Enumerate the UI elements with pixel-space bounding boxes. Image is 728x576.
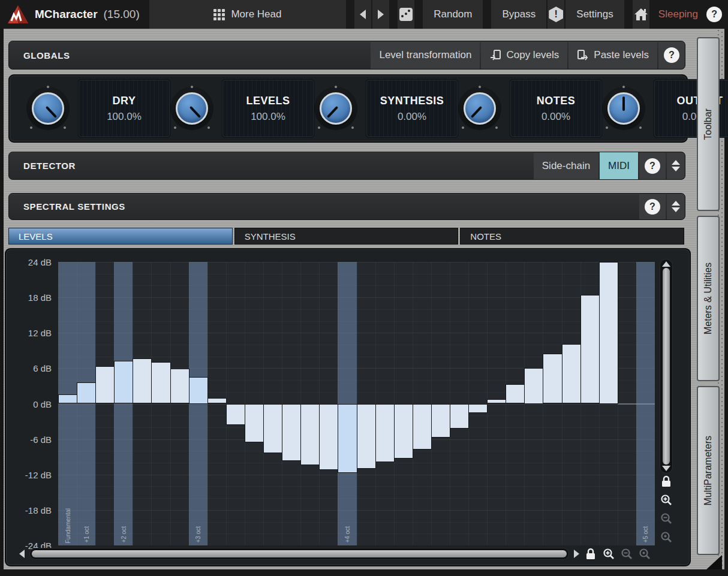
y-tick-label: -18 dB	[10, 505, 52, 515]
alert-button[interactable]: !	[547, 0, 564, 29]
detector-help-button[interactable]: ?	[645, 158, 660, 174]
y-tick-label: -12 dB	[10, 469, 52, 480]
zoom-reset-icon[interactable]	[638, 547, 651, 560]
chevron-up-icon	[672, 201, 680, 206]
zoom-in-icon[interactable]	[660, 493, 673, 506]
paste-icon	[577, 49, 589, 61]
tab-synthesis[interactable]: SYNTHESIS	[234, 228, 459, 245]
scroll-up-icon	[662, 261, 670, 267]
output-knob-well	[602, 87, 645, 130]
mcharacter-plugin-window: MCharacter (15.00) More Head Random Bypa…	[0, 0, 728, 576]
globals-knob-panel: DRY100.0%LEVELS100.0%SYNTHESIS0.00%NOTES…	[8, 74, 688, 143]
preset-selector-button[interactable]: More Head	[149, 0, 346, 29]
knob-scale-dot	[335, 86, 337, 88]
zoom-in-icon[interactable]	[602, 547, 615, 560]
y-tick-label: 0 dB	[10, 399, 52, 409]
sidebar-tab-multiparameters[interactable]: MultiParameters	[697, 386, 720, 555]
scroll-left-icon[interactable]	[19, 550, 25, 558]
knob-pointer	[28, 88, 68, 129]
sidebar-tab-label: Toolbar	[703, 108, 714, 140]
random-button[interactable]: Random	[423, 0, 483, 29]
knob-scale-dot	[462, 126, 464, 129]
vertical-scroll-thumb[interactable]	[663, 268, 670, 465]
horizontal-scroll-thumb[interactable]	[32, 550, 567, 557]
dry-label: DRY	[113, 95, 136, 107]
synthesis-knob-group: SYNTHESIS0.00%	[314, 79, 458, 138]
tab-notes[interactable]: NOTES	[460, 228, 684, 245]
preset-grid-icon	[213, 9, 225, 20]
y-tick-label: 6 dB	[10, 363, 52, 373]
knob-scale-dot	[495, 126, 498, 129]
synthesis-value: 0.00%	[398, 111, 426, 123]
lock-icon[interactable]	[584, 547, 597, 560]
synthesis-knob[interactable]	[320, 92, 352, 125]
knob-scale-dot	[191, 86, 193, 88]
side-chain-label: Side-chain	[542, 160, 590, 172]
vertical-scrollbar[interactable]	[660, 259, 673, 474]
notes-knob[interactable]	[464, 92, 496, 125]
melda-logo-icon	[7, 5, 29, 24]
midi-button[interactable]: MIDI	[600, 152, 638, 179]
next-preset-button[interactable]	[372, 0, 389, 29]
home-button[interactable]	[633, 0, 649, 29]
scroll-down-icon	[662, 466, 670, 471]
spectral-collapse-spinner[interactable]	[667, 194, 685, 219]
globals-help-button[interactable]: ?	[664, 47, 679, 63]
spectral-settings-title: SPECTRAL SETTINGS	[9, 201, 638, 212]
synthesis-readout[interactable]: SYNTHESIS0.00%	[366, 79, 458, 138]
dry-knob[interactable]	[32, 92, 64, 125]
y-tick-label: 24 dB	[10, 257, 52, 267]
levels-readout[interactable]: LEVELS100.0%	[222, 79, 314, 138]
levels-knob[interactable]	[176, 92, 208, 125]
knob-pointer-line	[622, 96, 625, 111]
spectral-settings-header[interactable]: SPECTRAL SETTINGS ?	[8, 193, 685, 220]
notes-knob-group: NOTES0.00%	[458, 79, 602, 138]
zoom-out-icon[interactable]	[620, 547, 633, 560]
dry-readout[interactable]: DRY100.0%	[78, 79, 170, 138]
arrow-right-icon	[378, 10, 384, 19]
zoom-out-icon[interactable]	[660, 512, 673, 525]
knob-pointer	[459, 88, 500, 129]
copy-levels-button[interactable]: Copy levels	[481, 41, 567, 69]
paste-levels-label: Paste levels	[594, 49, 649, 61]
level-transformation-label: Level transformation	[379, 49, 471, 61]
resize-handle[interactable]	[706, 555, 722, 569]
dry-knob-group: DRY100.0%	[26, 79, 170, 138]
tab-levels[interactable]: LEVELS	[8, 228, 233, 245]
settings-button[interactable]: Settings	[565, 0, 624, 29]
previous-preset-button[interactable]	[354, 0, 371, 29]
notes-label: NOTES	[537, 95, 576, 107]
notes-readout[interactable]: NOTES0.00%	[510, 79, 602, 138]
output-knob[interactable]	[607, 92, 640, 125]
plugin-title-area: MCharacter (15.00)	[0, 0, 149, 29]
midi-label: MIDI	[608, 160, 630, 172]
paste-levels-button[interactable]: Paste levels	[568, 41, 657, 69]
help-button[interactable]: ?	[706, 7, 722, 22]
levels-chart-panel: Fundamental+1 oct+2 oct+3 oct+4 oct+5 oc…	[5, 248, 691, 566]
sidebar-tab-label: MultiParameters	[703, 436, 714, 505]
randomize-dice-button[interactable]	[398, 0, 414, 29]
home-icon	[634, 8, 648, 21]
zoom-reset-icon[interactable]	[660, 530, 673, 544]
bypass-button[interactable]: Bypass	[491, 0, 546, 29]
detector-header[interactable]: DETECTOR Side-chain MIDI ?	[8, 152, 685, 180]
globals-header[interactable]: GLOBALS Level transformation Copy levels…	[8, 41, 685, 70]
levels-label: LEVELS	[246, 95, 290, 107]
chevron-down-icon	[672, 167, 680, 171]
synthesis-knob-well	[314, 87, 357, 130]
horizontal-scroll-track[interactable]	[29, 548, 569, 560]
knob-scale-dot	[318, 126, 320, 129]
spectral-tab-strip: LEVELS SYNTHESIS NOTES	[8, 228, 684, 245]
level-transformation-button[interactable]: Level transformation	[371, 41, 480, 69]
side-chain-button[interactable]: Side-chain	[534, 152, 598, 179]
sidebar-tab-toolbar[interactable]: Toolbar	[697, 37, 720, 211]
globals-title: GLOBALS	[9, 50, 369, 61]
detector-collapse-spinner[interactable]	[667, 152, 685, 179]
sidebar-tab-meters-utilities[interactable]: Meters & Utilities	[697, 216, 720, 381]
levels-knob-group: LEVELS100.0%	[170, 79, 314, 138]
scroll-right-icon[interactable]	[574, 550, 579, 558]
sleeping-status[interactable]: Sleeping	[650, 0, 706, 29]
spectral-help-button[interactable]: ?	[645, 199, 660, 215]
knob-scale-dot	[606, 126, 608, 129]
lock-icon[interactable]	[660, 475, 673, 488]
